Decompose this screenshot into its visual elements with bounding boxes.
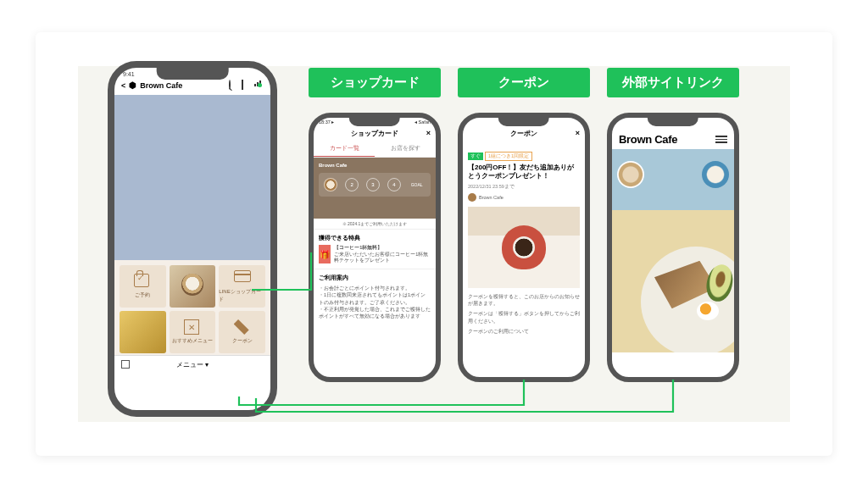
coupon-tag-limit: 1組につき1回限定 xyxy=(485,152,532,161)
tile-recommend[interactable]: ✕おすすめメニュー xyxy=(170,311,216,353)
coupon-title: クーポン xyxy=(510,130,537,137)
coupon-desc-3: クーポンのご利用について xyxy=(468,328,580,335)
reward-heading: 獲得できる特典 xyxy=(319,234,431,242)
coupon-image xyxy=(468,207,580,288)
new-badge-icon xyxy=(258,83,262,87)
coupon-desc-2: クーポンは「獲得する」ボタンを押してからご利用ください。 xyxy=(468,310,580,324)
chat-title: Brown Cafe xyxy=(140,81,182,90)
keyboard-icon[interactable] xyxy=(121,360,130,369)
coupon-desc-1: クーポンを獲得すると、このお店からのお知らせが届きます。 xyxy=(468,293,580,308)
shopcard-brand: Brown Cafe xyxy=(319,163,431,168)
tab-findshop[interactable]: お店を探す xyxy=(375,141,436,157)
tile-latte[interactable] xyxy=(170,265,216,308)
shopcard-expiry: ※ 2024.1までご利用いただけます xyxy=(314,219,436,229)
rule-2: ・1日に複数回来店されてもポイントは1ポイントのみ付与されます。ご了承ください。 xyxy=(319,291,431,306)
shop-avatar-icon xyxy=(468,193,476,202)
note-icon[interactable] xyxy=(242,80,251,90)
hamburger-icon[interactable] xyxy=(715,136,727,143)
stamp-4: 4 xyxy=(387,178,401,191)
badge-shopcard: ショップカード xyxy=(309,68,441,97)
coupon-tag-now: すぐ xyxy=(468,152,483,160)
tile-coupon[interactable]: クーポン xyxy=(219,311,265,353)
status-time: 9:41 xyxy=(123,71,135,77)
coupon-expiry: 2022/12/31 23:59まで xyxy=(468,184,580,190)
tile-reserve[interactable]: ご予約 xyxy=(120,265,166,308)
gift-icon: 🎁 xyxy=(319,245,331,263)
close-icon[interactable]: × xyxy=(576,129,580,137)
blue-cup-icon xyxy=(702,161,729,188)
rich-menu: ご予約 LINEショップカード ✕おすすめメニュー クーポン xyxy=(114,260,270,355)
coupon-shop: Brown Cafe xyxy=(479,195,504,200)
shopcard-title: ショップカード xyxy=(351,130,398,137)
stamp-2: 2 xyxy=(345,178,359,191)
site-hero-image xyxy=(612,149,734,352)
tile-shopcard[interactable]: LINEショップカード xyxy=(219,265,265,308)
close-icon[interactable]: × xyxy=(426,129,431,137)
phone-external: Brown Cafe xyxy=(607,113,739,382)
badge-coupon: クーポン xyxy=(458,68,590,97)
main-phone: 9:41 < ⬢ Brown Cafe ご予約 LINEショップカード ✕おすす… xyxy=(108,61,277,417)
tile-gold[interactable] xyxy=(120,311,166,353)
rule-1: ・お会計ごとにポイント付与されます。 xyxy=(319,285,431,291)
menu-toggle[interactable]: メニュー ▾ xyxy=(114,355,270,374)
rules-heading: ご利用案内 xyxy=(319,274,431,282)
latte-cup-icon xyxy=(617,161,644,188)
rule-3: ・不正利用が発覚した場合、これまでご獲得したポイントがすべて無効になる場合があり… xyxy=(319,306,431,320)
stamp-goal: GOAL xyxy=(409,180,426,189)
stamp-row: 2 3 4 GOAL xyxy=(319,173,431,197)
badge-external: 外部サイトリンク xyxy=(607,68,739,97)
stamp-1 xyxy=(324,178,337,191)
search-icon[interactable] xyxy=(229,80,238,90)
egg-icon xyxy=(697,302,719,320)
tab-cardlist[interactable]: カード一覧 xyxy=(314,141,375,157)
phone-coupon: クーポン× すぐ1組につき1回限定 【200円OFF！】友だち追加ありがとうクー… xyxy=(458,113,590,382)
coupon-headline: 【200円OFF！】友だち追加ありがとうクーポンプレゼント！ xyxy=(468,164,580,181)
site-brand: Brown Cafe xyxy=(619,133,677,146)
chat-background xyxy=(114,95,270,260)
back-icon[interactable]: < xyxy=(121,81,125,90)
phone-shopcard: 18:37 ▸◂ Safari ショップカード× カード一覧お店を探す Brow… xyxy=(309,113,441,382)
stamp-3: 3 xyxy=(366,178,380,191)
